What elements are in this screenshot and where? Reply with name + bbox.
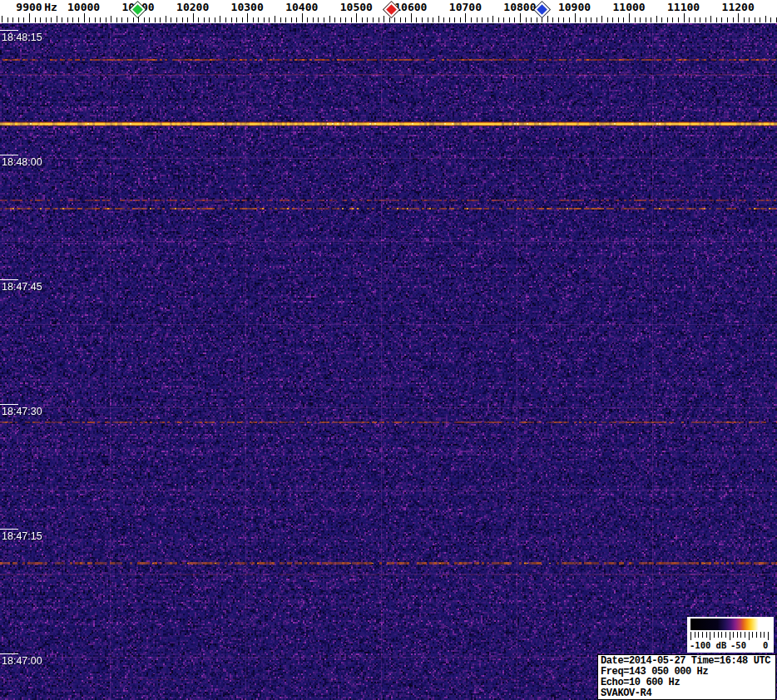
ruler-tick bbox=[334, 17, 335, 22]
ruler-tick bbox=[133, 17, 134, 22]
legend-tick bbox=[721, 632, 722, 638]
ruler-tick bbox=[264, 17, 265, 22]
ruler-tick bbox=[695, 17, 695, 22]
ruler-tick bbox=[618, 17, 619, 22]
legend-tick bbox=[695, 632, 695, 638]
legend-tick bbox=[768, 632, 769, 640]
ruler-label: 10900 bbox=[558, 1, 591, 13]
ruler-tick bbox=[438, 16, 439, 22]
ruler-tick bbox=[329, 16, 330, 22]
ruler-tick bbox=[166, 16, 166, 22]
legend-min-label: -100 dB bbox=[690, 640, 726, 650]
ruler-tick bbox=[449, 17, 450, 22]
ruler-label: 11100 bbox=[667, 1, 700, 13]
ruler-tick bbox=[629, 13, 630, 22]
ruler-tick bbox=[100, 17, 101, 22]
ruler-tick bbox=[607, 17, 608, 22]
ruler-tick bbox=[302, 13, 303, 22]
ruler-tick bbox=[503, 17, 504, 22]
ruler-tick bbox=[705, 17, 706, 22]
time-label: 18:47:30 bbox=[2, 406, 42, 417]
time-tick bbox=[0, 653, 18, 654]
ruler-tick bbox=[471, 17, 472, 22]
ruler-tick bbox=[247, 13, 248, 22]
ruler-label: 10500 bbox=[340, 1, 373, 13]
info-line-station: SVAKOV-R4 bbox=[601, 688, 773, 699]
ruler-tick bbox=[542, 17, 542, 22]
ruler-tick bbox=[231, 17, 232, 22]
ruler-tick bbox=[379, 17, 379, 22]
legend-tick bbox=[702, 632, 703, 638]
ruler-tick bbox=[62, 17, 62, 22]
ruler-tick bbox=[29, 13, 30, 22]
blue-diamond-marker[interactable] bbox=[534, 2, 549, 17]
ruler-tick bbox=[487, 17, 488, 22]
ruler-unit-label: Hz bbox=[44, 1, 57, 13]
ruler-tick bbox=[733, 17, 734, 22]
ruler-tick bbox=[373, 17, 374, 22]
ruler-tick bbox=[67, 17, 68, 22]
ruler-tick bbox=[765, 16, 766, 22]
legend-tick bbox=[725, 632, 726, 638]
ruler-tick bbox=[345, 17, 346, 22]
legend-tick bbox=[733, 632, 734, 638]
waterfall-display bbox=[0, 23, 777, 700]
ruler-tick bbox=[340, 17, 341, 22]
ruler-tick bbox=[269, 17, 270, 22]
time-tick bbox=[0, 529, 18, 530]
ruler-label: 11200 bbox=[722, 1, 755, 13]
ruler-tick bbox=[106, 17, 106, 22]
ruler-tick bbox=[433, 17, 433, 22]
ruler-tick bbox=[12, 17, 13, 22]
ruler-tick bbox=[89, 17, 90, 22]
ruler-tick bbox=[755, 17, 755, 22]
ruler-label: 10200 bbox=[176, 1, 209, 13]
color-scale-legend: -100 dB -50 0 bbox=[687, 617, 774, 653]
ruler-tick bbox=[389, 17, 390, 22]
ruler-tick bbox=[520, 13, 521, 22]
ruler-tick bbox=[280, 17, 281, 22]
ruler-tick bbox=[612, 17, 613, 22]
ruler-tick bbox=[760, 17, 760, 22]
ruler-tick bbox=[400, 17, 401, 22]
ruler-tick bbox=[416, 17, 417, 22]
ruler-tick bbox=[171, 17, 171, 22]
ruler-label: 10600 bbox=[394, 1, 427, 13]
ruler-tick bbox=[193, 13, 194, 22]
legend-tick bbox=[698, 632, 699, 638]
ruler-tick bbox=[296, 17, 297, 22]
ruler-tick bbox=[46, 17, 47, 22]
time-label: 18:47:45 bbox=[2, 281, 42, 293]
ruler-tick bbox=[84, 13, 85, 22]
ruler-tick bbox=[176, 17, 177, 22]
ruler-tick bbox=[689, 17, 690, 22]
ruler-label: 11000 bbox=[612, 1, 645, 13]
ruler-tick bbox=[635, 17, 636, 22]
ruler-tick bbox=[716, 17, 717, 22]
ruler-label: 10300 bbox=[231, 1, 264, 13]
ruler-tick bbox=[23, 17, 24, 22]
ruler-tick bbox=[384, 16, 384, 22]
ruler-tick bbox=[394, 17, 395, 22]
ruler-tick bbox=[623, 17, 624, 22]
legend-tick bbox=[752, 632, 753, 638]
info-box: Date=2014-05-27 Time=16:48 UTC Freq=143 … bbox=[597, 654, 776, 700]
ruler-tick bbox=[580, 17, 581, 22]
ruler-tick bbox=[482, 17, 483, 22]
ruler-tick bbox=[749, 17, 750, 22]
ruler-tick bbox=[678, 17, 679, 22]
color-scale-gradient-bar bbox=[690, 619, 768, 630]
legend-tick bbox=[714, 632, 715, 638]
ruler-tick bbox=[307, 17, 308, 22]
legend-tick bbox=[730, 632, 730, 640]
ruler-tick bbox=[155, 17, 156, 22]
ruler-tick bbox=[242, 17, 243, 22]
ruler-tick bbox=[121, 17, 122, 22]
time-tick bbox=[0, 30, 18, 31]
legend-tick bbox=[737, 632, 738, 638]
ruler-tick bbox=[362, 17, 363, 22]
ruler-label: 10400 bbox=[285, 1, 318, 13]
ruler-tick bbox=[187, 17, 188, 22]
ruler-tick bbox=[575, 13, 576, 22]
legend-tick bbox=[756, 632, 757, 638]
